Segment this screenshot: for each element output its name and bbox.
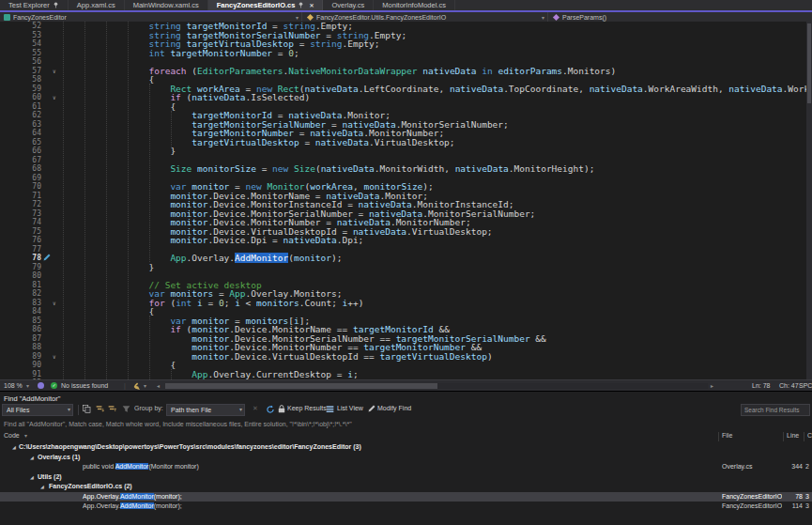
result-file: FancyZonesEditorIO.cs bbox=[722, 492, 782, 502]
type-dropdown[interactable]: FancyZonesEditor.Utils.FancyZonesEditorI… bbox=[303, 12, 548, 22]
code-editor[interactable]: 52 string targetMonitorId = string.Empty… bbox=[0, 22, 812, 379]
chevron-down-icon[interactable]: ▾ bbox=[24, 432, 27, 439]
match-highlight: AddMonitor bbox=[115, 463, 149, 470]
vertical-scrollbar-thumb[interactable] bbox=[807, 23, 811, 103]
modify-find-pencil-icon[interactable] bbox=[368, 405, 375, 412]
find-criteria-description: Find all "AddMonitor", Match case, Match… bbox=[4, 421, 352, 427]
group-by-dropdown[interactable]: Path then File ▾ bbox=[166, 404, 245, 416]
tab-overlay-cs[interactable]: Overlay.cs bbox=[323, 0, 374, 10]
tab-mainwindow-xaml-cs[interactable]: MainWindow.xaml.cs bbox=[125, 0, 208, 10]
column-divider[interactable] bbox=[718, 432, 719, 441]
expand-all-icon[interactable] bbox=[96, 405, 104, 413]
find-result-group-row[interactable]: ◢Utils (2) bbox=[0, 472, 812, 483]
line-number: 81 bbox=[0, 281, 41, 290]
line-number: 80 bbox=[0, 271, 41, 281]
refresh-icon[interactable] bbox=[266, 405, 275, 414]
chevron-down-icon: ▾ bbox=[542, 14, 544, 21]
list-view-button[interactable]: List View bbox=[337, 405, 363, 411]
column-header-col[interactable]: C bbox=[807, 432, 812, 439]
divider: | bbox=[124, 382, 126, 389]
code-text: Size monitorSize = new Size(nativeData.M… bbox=[63, 164, 594, 174]
find-result-match-row[interactable]: App.Overlay.AddMonitor(monitor);FancyZon… bbox=[0, 502, 812, 512]
tree-expander-icon[interactable]: ◢ bbox=[30, 453, 34, 463]
find-result-match-row[interactable]: App.Overlay.AddMonitor(monitor);FancyZon… bbox=[0, 492, 812, 502]
line-number: 52 bbox=[0, 22, 41, 31]
code-line-68[interactable]: 68 Size monitorSize = new Size(nativeDat… bbox=[0, 164, 812, 174]
modify-find-button[interactable]: Modify Find bbox=[377, 405, 411, 411]
horizontal-scrollbar-thumb[interactable] bbox=[165, 383, 437, 389]
line-number: 82 bbox=[0, 289, 41, 299]
code-line-66[interactable]: 66 } bbox=[0, 147, 812, 156]
result-column: 3 bbox=[805, 502, 812, 512]
find-results-list: ◢C:\Users\zhaopengwang\Desktop\powertoys… bbox=[0, 442, 812, 517]
pin-icon[interactable] bbox=[298, 2, 304, 8]
scroll-left-icon[interactable]: ◂ bbox=[157, 382, 160, 389]
find-result-group-row[interactable]: ◢FancyZonesEditorIO.cs (2) bbox=[0, 482, 812, 492]
column-divider[interactable] bbox=[804, 432, 804, 441]
close-icon[interactable]: ✕ bbox=[309, 2, 314, 8]
search-find-results-input[interactable] bbox=[741, 404, 810, 416]
column-header-line[interactable]: Line bbox=[787, 432, 799, 439]
line-number: 58 bbox=[0, 75, 41, 85]
chevron-down-icon: ▾ bbox=[296, 14, 299, 21]
project-dropdown-value: FancyZonesEditor bbox=[13, 14, 67, 21]
line-number: 70 bbox=[0, 182, 41, 192]
member-dropdown[interactable]: ParseParams() bbox=[549, 12, 812, 22]
line-number: 55 bbox=[0, 49, 41, 58]
fold-chevron-icon[interactable]: ∨ bbox=[53, 93, 56, 102]
column-divider[interactable] bbox=[783, 432, 784, 441]
line-number: 60 bbox=[0, 93, 41, 102]
column-header-code[interactable]: Code bbox=[4, 432, 20, 439]
group-label: Utils (2) bbox=[38, 472, 62, 483]
scope-dropdown[interactable]: All Files ▾ bbox=[2, 404, 73, 416]
keep-results-button[interactable]: Keep Results bbox=[287, 405, 327, 411]
pin-icon[interactable] bbox=[53, 2, 59, 8]
find-result-group-row[interactable]: ◢Overlay.cs (1) bbox=[0, 453, 812, 463]
issues-status-label[interactable]: No issues found bbox=[61, 382, 108, 389]
collapse-all-icon[interactable] bbox=[108, 405, 116, 413]
find-result-match-row[interactable]: public void AddMonitor(Monitor monitor)O… bbox=[0, 462, 812, 472]
filter-icon[interactable] bbox=[122, 405, 130, 413]
tab-fancyzoneseditorio-cs[interactable]: FancyZonesEditorIO.cs✕ bbox=[208, 0, 324, 10]
fold-chevron-icon[interactable]: ∨ bbox=[53, 352, 56, 362]
find-result-group-row[interactable]: ◢C:\Users\zhaopengwang\Desktop\powertoys… bbox=[0, 442, 812, 453]
line-number: 56 bbox=[0, 57, 41, 67]
line-number: 66 bbox=[0, 147, 41, 156]
tree-expander-icon[interactable]: ◢ bbox=[40, 482, 44, 492]
line-number: 87 bbox=[0, 334, 41, 344]
scroll-right-icon[interactable]: ▸ bbox=[711, 382, 713, 389]
tab-test-explorer[interactable]: Test Explorer bbox=[0, 0, 69, 10]
method-icon bbox=[553, 13, 559, 20]
no-issues-check-icon[interactable]: ✓ bbox=[51, 382, 57, 389]
list-view-icon[interactable] bbox=[326, 405, 334, 413]
vertical-scrollbar[interactable] bbox=[806, 22, 812, 379]
code-text: } bbox=[63, 263, 154, 272]
column-header-file[interactable]: File bbox=[722, 432, 732, 439]
horizontal-scrollbar[interactable] bbox=[165, 383, 708, 389]
line-number: 72 bbox=[0, 200, 41, 209]
line-number: 59 bbox=[0, 85, 41, 94]
line-number: 74 bbox=[0, 218, 41, 227]
clear-results-icon[interactable]: ✕ bbox=[253, 405, 258, 412]
tree-expander-icon[interactable]: ◢ bbox=[30, 472, 34, 483]
zoom-chevron-down-icon[interactable]: ▾ bbox=[26, 382, 29, 389]
fold-chevron-icon[interactable]: ∨ bbox=[53, 67, 56, 76]
code-cleanup-broom-icon[interactable] bbox=[132, 382, 141, 391]
line-number: 90 bbox=[0, 361, 41, 370]
code-line-76[interactable]: 76 monitor.Device.Dpi = nativeData.Dpi; bbox=[0, 236, 812, 245]
tree-expander-icon[interactable]: ◢ bbox=[12, 442, 16, 453]
copy-results-icon[interactable] bbox=[83, 405, 91, 413]
group-label: Overlay.cs (1) bbox=[38, 453, 80, 463]
extension-status-icon[interactable] bbox=[38, 382, 44, 389]
line-number: 89 bbox=[0, 352, 41, 362]
code-cleanup-chevron-down-icon[interactable]: ▾ bbox=[144, 382, 146, 389]
project-dropdown[interactable]: FancyZonesEditor ▾ bbox=[0, 12, 302, 22]
lock-icon[interactable] bbox=[278, 405, 285, 413]
tab-monitorinfomodel-cs[interactable]: MonitorInfoModel.cs bbox=[374, 0, 455, 10]
zoom-level[interactable]: 108 % bbox=[4, 382, 23, 389]
code-line-79[interactable]: 79 } bbox=[0, 263, 812, 272]
code-line-55[interactable]: 55 int targetMonitorNumber = 0; bbox=[0, 49, 812, 58]
scope-dropdown-value: All Files bbox=[7, 407, 30, 413]
fold-chevron-icon[interactable]: ∨ bbox=[53, 299, 56, 308]
tab-app-xaml-cs[interactable]: App.xaml.cs bbox=[69, 0, 125, 10]
